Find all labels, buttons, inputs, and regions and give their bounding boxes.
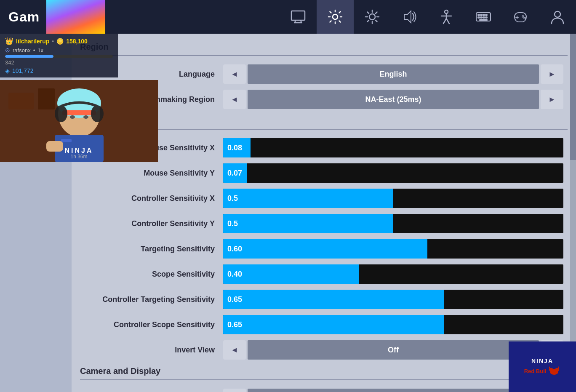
gem-icon: ◈	[5, 67, 10, 74]
nav-accessibility[interactable]	[428, 0, 465, 34]
invert-value: Off	[248, 340, 539, 360]
matchmaking-arrow-control: ◄ NA-East (25ms) ►	[223, 90, 563, 109]
invert-prev-button[interactable]: ◄	[223, 340, 246, 360]
scope-control: 0.40	[223, 264, 563, 284]
ctrl-y-value: 0.5	[227, 219, 238, 228]
scope-fill: 0.40	[223, 264, 359, 284]
matchmaking-next-button[interactable]: ►	[541, 90, 563, 109]
stream-rank-user: rafsonx	[13, 47, 31, 53]
coin-icon: 🪙	[56, 38, 64, 45]
ctrl-scope-control: 0.65	[223, 315, 563, 334]
svg-point-33	[524, 17, 525, 19]
redbull-bull-icon	[548, 366, 560, 376]
ctrl-targeting-slider[interactable]: 0.65	[223, 290, 563, 309]
nav-audio[interactable]	[391, 0, 428, 34]
svg-rect-29	[480, 19, 487, 21]
nav-icons-container	[280, 0, 576, 34]
mouse-y-control: 0.07	[223, 163, 563, 183]
svg-point-42	[55, 105, 67, 122]
svg-rect-26	[480, 17, 482, 18]
svg-point-48	[83, 115, 88, 119]
language-next-button[interactable]: ►	[541, 64, 563, 84]
svg-rect-45	[61, 139, 72, 142]
mouse-y-fill: 0.07	[223, 163, 247, 183]
ctrl-targeting-label: Controller Targeting Sensitivity	[80, 295, 223, 304]
targeting-slider[interactable]: 0.60	[223, 239, 563, 259]
nav-settings[interactable]	[317, 0, 354, 34]
svg-line-19	[446, 19, 449, 24]
nav-brightness[interactable]	[354, 0, 391, 34]
stream-time: 1h 36m	[0, 154, 158, 160]
mouse-y-row: Mouse Sensitivity Y 0.07	[80, 163, 576, 183]
ctrl-x-slider[interactable]: 0.5	[223, 189, 563, 208]
svg-rect-37	[8, 93, 34, 109]
xp-bar	[5, 55, 113, 58]
ctrl-x-value: 0.5	[227, 194, 238, 203]
avatar-image	[46, 0, 105, 34]
targeting-fill: 0.60	[223, 239, 427, 259]
mouse-x-slider[interactable]: 0.08	[223, 138, 563, 157]
scrollbar-thumb[interactable]	[570, 34, 576, 160]
redbull-text: Red Bull	[524, 368, 547, 374]
svg-rect-23	[483, 14, 485, 16]
ctrl-y-fill: 0.5	[223, 214, 393, 233]
ctrl-scope-fill: 0.65	[223, 315, 444, 334]
invert-label: Invert View	[80, 346, 223, 355]
matchmaking-prev-button[interactable]: ◄	[223, 90, 246, 109]
ctrl-x-fill: 0.5	[223, 189, 393, 208]
nav-controller[interactable]	[502, 0, 539, 34]
mouse-y-value: 0.07	[227, 169, 242, 178]
mouse-y-slider[interactable]: 0.07	[223, 163, 563, 183]
ctrl-y-control: 0.5	[223, 214, 563, 233]
rank-number: 342	[5, 59, 113, 66]
mouse-x-value: 0.08	[227, 144, 242, 152]
svg-point-4	[333, 14, 338, 19]
xp-bar-fill	[5, 55, 53, 58]
top-bar: Gam	[0, 0, 576, 34]
camera-section-header: Camera and Display	[80, 366, 568, 380]
accessibility-icon	[438, 8, 455, 25]
mouse-x-control: 0.08	[223, 138, 563, 157]
rank-icon: ⊙	[5, 47, 10, 53]
coins-row: ◈ 101,772	[5, 67, 113, 74]
svg-rect-0	[291, 11, 305, 20]
matchmaking-control: ◄ NA-East (25ms) ►	[223, 90, 563, 109]
redbull-panel: NINJA Red Bull	[509, 341, 576, 392]
logo-avatar	[46, 0, 105, 34]
stream-user-row: 👑 lilcharilerup • 🪙 158,100	[5, 37, 113, 45]
streamer-value: On	[248, 389, 539, 392]
scope-row: Scope Sensitivity 0.40	[80, 264, 576, 284]
svg-line-13	[368, 20, 369, 22]
scrollbar-track[interactable]	[570, 34, 576, 392]
stream-coins: 158,100	[66, 38, 88, 45]
ctrl-x-control: 0.5	[223, 189, 563, 208]
nav-keyboard[interactable]	[465, 0, 502, 34]
svg-rect-41	[62, 110, 96, 115]
svg-rect-27	[483, 17, 485, 18]
ctrl-targeting-fill: 0.65	[223, 290, 444, 309]
ctrl-y-slider[interactable]: 0.5	[223, 214, 563, 233]
redbull-ninja-label: NINJA	[531, 357, 553, 364]
language-arrow-control: ◄ English ►	[223, 64, 563, 84]
ctrl-scope-value: 0.65	[227, 320, 242, 329]
ctrl-x-label: Controller Sensitivity X	[80, 194, 223, 203]
ctrl-targeting-value: 0.65	[227, 295, 242, 304]
streamer-prev-button[interactable]: ◄	[223, 389, 246, 392]
svg-point-43	[91, 105, 104, 122]
svg-rect-38	[38, 88, 55, 109]
language-control: ◄ English ►	[223, 64, 563, 84]
nav-monitor[interactable]	[280, 0, 317, 34]
nav-profile[interactable]	[539, 0, 576, 34]
svg-point-47	[70, 115, 75, 119]
redbull-logo: Red Bull	[524, 366, 561, 376]
ctrl-scope-row: Controller Scope Sensitivity 0.65	[80, 315, 576, 334]
language-prev-button[interactable]: ◄	[223, 64, 246, 84]
invert-row: Invert View ◄ Off ►	[80, 340, 576, 360]
currency-amount: 101,772	[12, 67, 34, 74]
webcam-overlay: NINJA 1h 36m	[0, 80, 158, 162]
matchmaking-value: NA-East (25ms)	[248, 90, 539, 109]
scope-slider[interactable]: 0.40	[223, 264, 563, 284]
monitor-icon	[290, 8, 307, 25]
ctrl-scope-slider[interactable]: 0.65	[223, 315, 563, 334]
svg-rect-21	[478, 14, 480, 16]
